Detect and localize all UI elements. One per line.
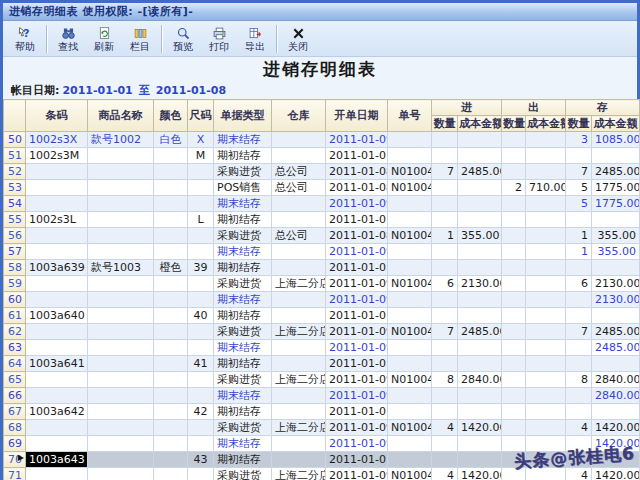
row-number[interactable]: 66 — [4, 388, 26, 404]
cell-out-amount — [526, 388, 566, 404]
row-number[interactable]: 62 — [4, 324, 26, 340]
close-button[interactable]: 关闭 — [280, 22, 316, 56]
row-number[interactable]: 59 — [4, 276, 26, 292]
cell-out-amount — [526, 468, 566, 480]
table-row[interactable]: 59采购进货上海二分店2011-01-09N01004962130.006213… — [4, 276, 640, 292]
row-number[interactable]: 50 — [4, 132, 26, 148]
row-number[interactable]: 61 — [4, 308, 26, 324]
table-row[interactable]: 641003a64141期初结存2011-01-01 — [4, 356, 640, 372]
cell-warehouse — [272, 356, 326, 372]
row-number[interactable]: 57 — [4, 244, 26, 260]
cell-warehouse — [272, 340, 326, 356]
cell-barcode: 1003a641 — [26, 356, 88, 372]
table-row[interactable]: 66期末结存2011-01-092840.00 — [4, 388, 640, 404]
cell-stock-amount: 2840.00 — [592, 388, 640, 404]
table-row[interactable]: 70▶1003a64343期初结存2011-01-01 — [4, 452, 640, 468]
row-number[interactable]: 55 — [4, 212, 26, 228]
row-number[interactable]: 70▶ — [4, 452, 26, 468]
table-row[interactable]: 56采购进货总公司2011-01-08N0100421355.001355.00 — [4, 228, 640, 244]
cell-out-qty — [502, 436, 526, 452]
row-number[interactable]: 65 — [4, 372, 26, 388]
row-number[interactable]: 58 — [4, 260, 26, 276]
cell-size — [188, 340, 214, 356]
preview-button[interactable]: 预览 — [165, 22, 201, 56]
table-row[interactable]: 63期末结存2011-01-092485.00 — [4, 340, 640, 356]
row-number[interactable]: 60 — [4, 292, 26, 308]
cell-warehouse: 上海二分店 — [272, 468, 326, 480]
cell-warehouse — [272, 292, 326, 308]
table-row[interactable]: 68采购进货上海二分店2011-01-09N01004941420.004142… — [4, 420, 640, 436]
cell-name — [88, 308, 154, 324]
cell-docno: N010049 — [388, 468, 432, 480]
table-row[interactable]: 57期末结存2011-01-091355.00 — [4, 244, 640, 260]
refresh-button[interactable]: 刷新 — [86, 22, 122, 56]
row-number[interactable]: 69 — [4, 436, 26, 452]
cell-barcode — [26, 292, 88, 308]
help-button[interactable]: ? 帮助 — [7, 22, 43, 56]
row-number[interactable]: 54 — [4, 196, 26, 212]
cell-stock-qty: 7 — [566, 164, 592, 180]
row-number[interactable]: 63 — [4, 340, 26, 356]
cell-size — [188, 196, 214, 212]
table-row[interactable]: 52采购进货总公司2011-01-08N01004272485.0072485.… — [4, 164, 640, 180]
cell-size: L — [188, 212, 214, 228]
row-number[interactable]: 53 — [4, 180, 26, 196]
table-row[interactable]: 671003a64242期初结存2011-01-01 — [4, 404, 640, 420]
table-row[interactable]: 62采购进货上海二分店2011-01-09N01004972485.007248… — [4, 324, 640, 340]
table-row[interactable]: 69期末结存2011-01-091420.00 — [4, 436, 640, 452]
header-barcode: 条码 — [26, 100, 88, 132]
cell-docno: N010049 — [388, 324, 432, 340]
cell-size: 41 — [188, 356, 214, 372]
cell-stock-amount: 2485.00 — [592, 340, 640, 356]
cell-out-qty — [502, 324, 526, 340]
cell-in-amount — [458, 452, 502, 468]
find-button[interactable]: 查找 — [50, 22, 86, 56]
table-row[interactable]: 71采购进货上海二分店2011-01-09N01004941420.004142… — [4, 468, 640, 480]
row-number[interactable]: 71 — [4, 468, 26, 480]
cell-stock-qty: 4 — [566, 420, 592, 436]
cell-barcode — [26, 164, 88, 180]
row-number[interactable]: 51 — [4, 148, 26, 164]
row-number[interactable]: 56 — [4, 228, 26, 244]
row-number[interactable]: 68 — [4, 420, 26, 436]
table-row[interactable]: 54期末结存2011-01-0951775.00 — [4, 196, 640, 212]
cell-out-amount — [526, 132, 566, 148]
detail-table: 条码 商品名称 颜色 尺码 单据类型 仓库 开单日期 单号 进 出 存 数量 成… — [3, 99, 640, 480]
table-row[interactable]: 60期末结存2011-01-092130.00 — [4, 292, 640, 308]
cell-in-qty — [432, 132, 458, 148]
cell-in-qty — [432, 196, 458, 212]
cell-color — [154, 404, 188, 420]
cell-doctype: 期初结存 — [214, 148, 272, 164]
table-row[interactable]: 581003a639款号1003橙色39期初结存2011-01-01 — [4, 260, 640, 276]
cell-stock-qty: 1 — [566, 244, 592, 260]
cell-barcode — [26, 228, 88, 244]
table-row[interactable]: 551002s3LL期初结存2011-01-01 — [4, 212, 640, 228]
print-button[interactable]: 打印 — [201, 22, 237, 56]
cell-docno — [388, 260, 432, 276]
cell-barcode — [26, 372, 88, 388]
cell-size: 43 — [188, 452, 214, 468]
toolbar-separator — [276, 25, 277, 53]
cell-barcode — [26, 468, 88, 480]
cell-color — [154, 212, 188, 228]
print-icon — [212, 26, 227, 41]
cell-out-qty — [502, 132, 526, 148]
cell-in-amount — [458, 260, 502, 276]
table-row[interactable]: 65采购进货上海二分店2011-01-09N01004982840.008284… — [4, 372, 640, 388]
table-row[interactable]: 611003a64040期初结存2011-01-01 — [4, 308, 640, 324]
table-row[interactable]: 511002s3MM期初结存2011-01-01 — [4, 148, 640, 164]
row-number[interactable]: 67 — [4, 404, 26, 420]
cell-in-amount — [458, 292, 502, 308]
export-button[interactable]: 导出 — [237, 22, 273, 56]
table-row[interactable]: 501002s3X款号1002白色X期末结存2011-01-0931085.00 — [4, 132, 640, 148]
cell-out-qty — [502, 452, 526, 468]
cell-docno — [388, 148, 432, 164]
cell-color — [154, 452, 188, 468]
table-row[interactable]: 53POS销售总公司2011-01-08N0100462710.0051775.… — [4, 180, 640, 196]
header-group-in: 进 — [432, 100, 502, 116]
columns-button[interactable]: 栏目 — [122, 22, 158, 56]
row-number[interactable]: 52 — [4, 164, 26, 180]
cell-in-amount — [458, 436, 502, 452]
row-number[interactable]: 64 — [4, 356, 26, 372]
cell-size — [188, 372, 214, 388]
